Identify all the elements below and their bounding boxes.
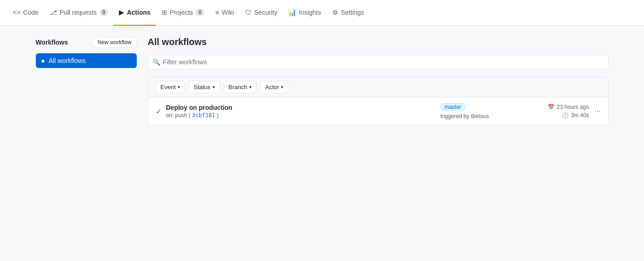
code-icon: <> [13, 9, 20, 16]
sidebar-title: Workflows [36, 39, 68, 46]
page-title: All workflows [148, 37, 609, 47]
time-ago-row: 📅 23 hours ago [548, 104, 589, 110]
event-filter-button[interactable]: Event ▾ [156, 81, 185, 93]
actor-filter-button[interactable]: Actor ▾ [260, 81, 288, 93]
nav-item-wiki[interactable]: ≡ Wiki [210, 0, 240, 26]
filter-input-wrapper: 🔍 [148, 55, 609, 69]
clock-icon: 🕐 [562, 112, 569, 119]
new-workflow-button[interactable]: New workflow [92, 37, 136, 48]
more-options-button[interactable]: ··· [589, 107, 600, 115]
status-filter-button[interactable]: Status ▾ [189, 81, 220, 93]
branch-badge[interactable]: master [440, 103, 465, 111]
success-status-icon: ✓ [156, 107, 162, 116]
workflow-trigger: push [175, 112, 187, 119]
nav-item-settings[interactable]: ⚙ Settings [327, 0, 370, 26]
content-area: All workflows 🔍 Event ▾ Status ▾ [148, 37, 609, 125]
all-workflows-icon: ● [41, 57, 45, 64]
chevron-down-icon: ▾ [213, 85, 215, 90]
workflow-meta: on: push ( 3cbf181 ) [166, 112, 433, 119]
nav-item-code[interactable]: <> Code [7, 0, 44, 26]
pull-request-icon: ⎇ [50, 9, 57, 16]
chevron-down-icon: ▾ [249, 85, 252, 90]
settings-icon: ⚙ [332, 9, 338, 16]
workflow-time-area: 📅 23 hours ago 🕐 3m 40s [515, 104, 589, 119]
triggered-by: triggered by tbetous [440, 113, 489, 119]
actions-icon: ▶ [119, 9, 124, 16]
nav-item-insights[interactable]: 📊 Insights [283, 0, 326, 26]
filter-bar: 🔍 [148, 55, 609, 69]
sidebar: Workflows New workflow ● All workflows [36, 37, 137, 125]
insights-icon: 📊 [288, 9, 296, 16]
top-nav: <> Code ⎇ Pull requests 0 ▶ Actions ⊞ Pr… [0, 0, 644, 26]
calendar-icon: 📅 [548, 104, 554, 110]
filter-workflows-input[interactable] [148, 55, 609, 69]
duration-row: 🕐 3m 40s [562, 112, 589, 119]
sidebar-item-all-workflows[interactable]: ● All workflows [36, 53, 137, 68]
table-row: ✓ Deploy on production on: push ( 3cbf18… [148, 97, 608, 125]
chevron-down-icon: ▾ [178, 85, 180, 90]
table-header: Event ▾ Status ▾ Branch ▾ Actor ▾ [148, 77, 608, 97]
main-content: Workflows New workflow ● All workflows A… [28, 26, 616, 136]
duration: 3m 40s [571, 112, 589, 119]
nav-item-pull-requests[interactable]: ⎇ Pull requests 0 [44, 0, 114, 26]
nav-item-security[interactable]: 🛡 Security [240, 0, 283, 26]
commit-hash[interactable]: 3cbf181 [192, 112, 215, 119]
search-icon: 🔍 [152, 58, 160, 66]
nav-item-actions[interactable]: ▶ Actions [113, 0, 156, 26]
pull-requests-badge: 0 [100, 9, 108, 16]
branch-filter-button[interactable]: Branch ▾ [224, 81, 257, 93]
nav-item-projects[interactable]: ⊞ Projects 0 [156, 0, 210, 26]
projects-icon: ⊞ [162, 9, 167, 16]
workflow-branch-area: master triggered by tbetous [433, 103, 515, 119]
workflow-table: Event ▾ Status ▾ Branch ▾ Actor ▾ ✓ [148, 77, 609, 125]
sidebar-item-label: All workflows [49, 57, 86, 64]
shield-icon: 🛡 [245, 9, 252, 16]
workflow-info: Deploy on production on: push ( 3cbf181 … [166, 104, 433, 119]
projects-badge: 0 [196, 9, 204, 16]
wiki-icon: ≡ [215, 9, 219, 16]
time-ago: 23 hours ago [557, 104, 589, 110]
chevron-down-icon: ▾ [281, 85, 283, 90]
workflow-name[interactable]: Deploy on production [166, 104, 433, 111]
sidebar-header: Workflows New workflow [36, 37, 137, 48]
